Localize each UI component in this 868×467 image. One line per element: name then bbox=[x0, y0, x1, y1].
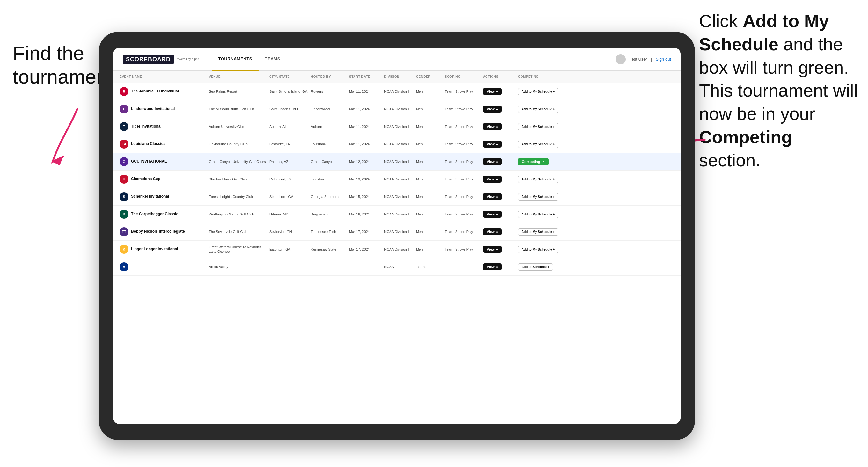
actions-cell: View ● bbox=[483, 246, 518, 253]
event-cell: BThe Carpetbagger Classic bbox=[120, 210, 209, 219]
table-cell: Auburn University Club bbox=[209, 124, 269, 129]
table-cell: Georgia Southern bbox=[311, 194, 349, 199]
col-event-name: EVENT NAME bbox=[120, 75, 209, 79]
team-logo: R bbox=[120, 87, 128, 96]
col-division: DIVISION bbox=[384, 75, 416, 79]
table-row: GGCU INVITATIONALGrand Canyon University… bbox=[113, 153, 681, 170]
table-cell: Men bbox=[416, 194, 445, 199]
table-cell: Binghamton bbox=[311, 212, 349, 216]
sign-out-link[interactable]: Sign out bbox=[656, 57, 671, 62]
competing-cell: Add to My Schedule + bbox=[518, 211, 576, 218]
event-cell: LLindenwood Invitational bbox=[120, 104, 209, 114]
tab-tournaments[interactable]: TOURNAMENTS bbox=[212, 48, 258, 71]
table-row: RThe Johnnie - O IndividualSea Palms Res… bbox=[113, 83, 681, 100]
nav-tabs: TOURNAMENTS TEAMS bbox=[212, 48, 616, 71]
competing-cell: Add to My Schedule + bbox=[518, 193, 576, 200]
view-button[interactable]: View ● bbox=[483, 158, 502, 165]
add-to-schedule-button[interactable]: Add to My Schedule + bbox=[518, 105, 558, 113]
table-cell: Oakbourne Country Club bbox=[209, 142, 269, 146]
actions-cell: View ● bbox=[483, 141, 518, 148]
actions-cell: View ● bbox=[483, 176, 518, 183]
table-cell: Men bbox=[416, 124, 445, 129]
table-row: BThe Carpetbagger ClassicWorthington Man… bbox=[113, 206, 681, 223]
col-hosted-by: HOSTED BY bbox=[311, 75, 349, 79]
add-to-schedule-button[interactable]: Add to My Schedule + bbox=[518, 123, 558, 130]
event-cell: SSchenkel Invitational bbox=[120, 192, 209, 201]
table-cell: Richmond, TX bbox=[269, 177, 311, 181]
event-cell: B bbox=[120, 262, 209, 271]
add-to-schedule-button[interactable]: Add to My Schedule + bbox=[518, 141, 558, 148]
actions-cell: View ● bbox=[483, 263, 518, 270]
actions-cell: View ● bbox=[483, 105, 518, 113]
table-cell: NCAA Division I bbox=[384, 229, 416, 234]
table-cell: Team, Stroke Play bbox=[445, 212, 483, 216]
logo-subtitle: Powered by clippd bbox=[176, 57, 199, 61]
view-button[interactable]: View ● bbox=[483, 211, 502, 218]
table-cell: Team, Stroke Play bbox=[445, 124, 483, 129]
competing-cell: Add to My Schedule + bbox=[518, 176, 576, 183]
add-to-schedule-button[interactable]: Add to Schedule + bbox=[518, 263, 553, 271]
add-to-schedule-button[interactable]: Add to My Schedule + bbox=[518, 176, 558, 183]
view-button[interactable]: View ● bbox=[483, 176, 502, 183]
tablet-screen: SCOREBOARD Powered by clippd TOURNAMENTS… bbox=[113, 48, 681, 424]
team-logo: LA bbox=[120, 139, 128, 149]
view-button[interactable]: View ● bbox=[483, 123, 502, 130]
competing-button[interactable]: Competing ✓ bbox=[518, 158, 549, 165]
view-button[interactable]: View ● bbox=[483, 263, 502, 270]
add-to-schedule-button[interactable]: Add to My Schedule + bbox=[518, 211, 558, 218]
avatar bbox=[616, 54, 626, 64]
table-cell: Louisiana bbox=[311, 142, 349, 146]
table-cell: Mar 12, 2024 bbox=[349, 159, 384, 164]
table-row: SSchenkel InvitationalForest Heights Cou… bbox=[113, 188, 681, 206]
view-button[interactable]: View ● bbox=[483, 141, 502, 148]
table-cell: Team, Stroke Play bbox=[445, 247, 483, 251]
event-cell: KLinger Longer Invitational bbox=[120, 245, 209, 254]
table-cell: Mar 11, 2024 bbox=[349, 142, 384, 146]
view-button[interactable]: View ● bbox=[483, 246, 502, 253]
table-cell: Mar 11, 2024 bbox=[349, 124, 384, 129]
table-row: LLindenwood InvitationalThe Missouri Blu… bbox=[113, 100, 681, 118]
add-to-schedule-button[interactable]: Add to My Schedule + bbox=[518, 228, 558, 236]
table-cell: Phoenix, AZ bbox=[269, 159, 311, 164]
table-cell: Rutgers bbox=[311, 89, 349, 94]
view-button[interactable]: View ● bbox=[483, 88, 502, 95]
table-cell: NCAA Division I bbox=[384, 247, 416, 251]
table-row: HChampions CupShadow Hawk Golf ClubRichm… bbox=[113, 170, 681, 188]
add-to-schedule-button[interactable]: Add to My Schedule + bbox=[518, 246, 558, 253]
table-cell: Team, Stroke Play bbox=[445, 142, 483, 146]
table-cell: Auburn bbox=[311, 124, 349, 129]
table-cell: Men bbox=[416, 107, 445, 111]
table-cell: Grand Canyon bbox=[311, 159, 349, 164]
event-cell: HChampions Cup bbox=[120, 175, 209, 184]
view-button[interactable]: View ● bbox=[483, 228, 502, 235]
team-logo: K bbox=[120, 245, 128, 254]
team-logo: H bbox=[120, 175, 128, 184]
table-cell: Men bbox=[416, 177, 445, 181]
actions-cell: View ● bbox=[483, 123, 518, 130]
tab-teams[interactable]: TEAMS bbox=[258, 48, 286, 71]
event-name: GCU INVITATIONAL bbox=[131, 159, 167, 164]
table-cell: Team, Stroke Play bbox=[445, 107, 483, 111]
col-city-state: CITY, STATE bbox=[269, 75, 311, 79]
table-cell: Forest Heights Country Club bbox=[209, 194, 269, 199]
view-button[interactable]: View ● bbox=[483, 105, 502, 113]
event-name: Linger Longer Invitational bbox=[131, 247, 178, 252]
table-cell: Auburn, AL bbox=[269, 124, 311, 129]
team-logo: B bbox=[120, 210, 128, 219]
add-to-schedule-button[interactable]: Add to My Schedule + bbox=[518, 88, 558, 95]
actions-cell: View ● bbox=[483, 193, 518, 200]
table-cell: Mar 17, 2024 bbox=[349, 229, 384, 234]
add-to-schedule-button[interactable]: Add to My Schedule + bbox=[518, 193, 558, 200]
table-cell: Team, Stroke Play bbox=[445, 159, 483, 164]
table-cell: Kennesaw State bbox=[311, 247, 349, 251]
table-row: TTiger InvitationalAuburn University Clu… bbox=[113, 118, 681, 135]
table-cell: Tennessee Tech bbox=[311, 229, 349, 234]
competing-cell: Add to My Schedule + bbox=[518, 141, 576, 148]
table-cell: Mar 11, 2024 bbox=[349, 107, 384, 111]
event-cell: GGCU INVITATIONAL bbox=[120, 157, 209, 166]
col-competing: COMPETING bbox=[518, 75, 576, 79]
view-button[interactable]: View ● bbox=[483, 193, 502, 200]
table-cell: Statesboro, GA bbox=[269, 194, 311, 199]
table-container: EVENT NAME VENUE CITY, STATE HOSTED BY S… bbox=[113, 71, 681, 424]
table-row: TTBobby Nichols IntercollegiateThe Sevie… bbox=[113, 223, 681, 241]
